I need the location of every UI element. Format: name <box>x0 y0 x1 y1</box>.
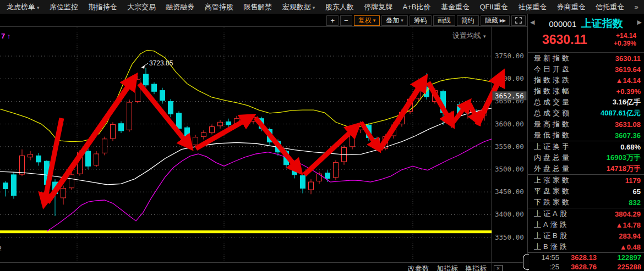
switch-indicator-button[interactable]: 换指标 <box>465 263 487 271</box>
ma-settings-control[interactable]: 设置均线▾ <box>452 31 486 41</box>
tick-row: :253628.76225288 <box>528 262 644 271</box>
row-value: 3607.36 <box>615 131 641 140</box>
row-label: 上A涨跌 <box>534 220 569 230</box>
menu-item-1[interactable]: 席位监控 <box>50 2 78 12</box>
row-label: 下跌家数 <box>534 197 571 207</box>
hide-button[interactable]: 隐藏▶▶ <box>481 15 510 26</box>
quote-row: 总成交额4087.61亿元 <box>528 108 644 119</box>
ma-settings-label: 设置均线 <box>452 31 481 40</box>
kline-chart[interactable]: 3750.003700.003650.003600.003550.003500.… <box>0 26 527 262</box>
overlay-button[interactable]: 叠加▾ <box>381 15 408 26</box>
menu-item-11[interactable]: 基金重仓 <box>441 2 470 12</box>
menu-item-4[interactable]: 融资融券 <box>166 2 194 12</box>
fullscreen-button[interactable] <box>511 15 526 26</box>
add-indicator-button[interactable]: 加指标 <box>436 263 458 271</box>
prev-stock-icon[interactable]: ◀ <box>530 19 534 26</box>
menu-item-0[interactable]: 龙虎榜单▾ <box>7 2 40 12</box>
quote-row: 上A涨跌▲14.78 <box>528 219 644 230</box>
price-tag-value: 3652.56 <box>495 92 524 100</box>
quote-rows: 最新指数3630.11今日开盘3619.64指数涨跌▲14.14指数涨幅+0.3… <box>528 53 644 252</box>
last-price: 3630.11 <box>542 32 587 47</box>
row-value: 3631.08 <box>615 120 641 129</box>
row-value: 1179 <box>625 176 641 185</box>
row-value: 832 <box>629 198 641 207</box>
row-value: 4087.61亿元 <box>601 108 641 118</box>
row-value: ▲0.48 <box>620 243 641 251</box>
tick-volume: 225288 <box>608 263 641 271</box>
row-value: 3804.29 <box>615 210 641 218</box>
chevron-down-icon: ▾ <box>483 34 486 39</box>
left-edge-fragment: 2 <box>0 245 2 253</box>
row-label: 平盘家数 <box>534 186 571 196</box>
adjust-price-button[interactable]: 复权▾ <box>354 15 380 26</box>
menu-item-9[interactable]: 停牌复牌 <box>364 2 392 12</box>
row-label: 指数涨幅 <box>534 86 571 96</box>
chips-button[interactable]: 筹码 <box>410 15 432 26</box>
menu-item-6[interactable]: 限售解禁 <box>243 2 272 12</box>
menu-item-8[interactable]: 股东人数 <box>325 2 354 12</box>
quote-row: 最低指数3607.36 <box>528 130 644 141</box>
menu-item-14[interactable]: 券商重仓 <box>557 2 586 12</box>
row-label: 上证换手 <box>534 142 571 152</box>
quote-header: ◀ ▶ 000001 上证指数 3630.11 +14.14 +0.39% <box>528 14 644 53</box>
zoom-out-button[interactable]: − <box>340 15 352 26</box>
panel-collapse-handle[interactable] <box>523 254 529 270</box>
fullscreen-icon <box>515 17 522 24</box>
price-change: +14.14 <box>614 32 636 40</box>
quote-row: 上证B股283.94 <box>528 230 644 241</box>
row-label: 总成交量 <box>534 97 571 107</box>
simple-mode-button[interactable]: 简约 <box>457 15 479 26</box>
row-label: 指数涨跌 <box>534 75 571 85</box>
menu-item-15[interactable]: 信托重仓 <box>596 2 624 12</box>
quote-row: 最高指数3631.08 <box>528 119 644 130</box>
menu-item-3[interactable]: 大宗交易 <box>127 2 156 12</box>
next-stock-icon[interactable]: ▶ <box>637 19 642 26</box>
tick-price: 3628.76 <box>559 263 608 271</box>
svg-text:3750.00: 3750.00 <box>495 52 524 60</box>
zoom-in-button[interactable]: + <box>326 15 339 26</box>
svg-text:3600.00: 3600.00 <box>495 120 524 128</box>
overlay-label: 叠加 <box>386 16 399 25</box>
quote-row: 下跌家数832 <box>528 197 644 208</box>
quote-row: 内盘总量16903万手 <box>528 152 644 163</box>
quote-row: 今日开盘3619.64 <box>528 64 644 75</box>
row-value: ▲14.78 <box>616 221 641 229</box>
row-label: 内盘总量 <box>534 153 571 163</box>
quote-row: 上证换手0.68% <box>528 141 644 152</box>
change-params-button[interactable]: 改参数 <box>408 263 429 271</box>
quote-row: 指数涨幅+0.39% <box>528 86 644 97</box>
row-value: 65 <box>633 187 641 196</box>
close-indicator-button[interactable]: × <box>494 265 503 271</box>
row-value: ▲14.14 <box>616 76 641 85</box>
peak-annotation: 3723.85 <box>149 59 173 67</box>
row-value: +0.39% <box>616 87 641 96</box>
menu-item-5[interactable]: 高管持股 <box>205 2 233 12</box>
draw-line-button[interactable]: 画线 <box>433 15 455 26</box>
row-value: 14718万手 <box>607 164 641 174</box>
indicator-marker: 7 ↑ <box>1 32 10 40</box>
quote-row: 上B涨跌▲0.48 <box>528 241 644 252</box>
quote-panel: ◀ ▶ 000001 上证指数 3630.11 +14.14 +0.39% 最新… <box>527 14 644 271</box>
tick-price: 3628.13 <box>559 253 608 262</box>
svg-text:3350.00: 3350.00 <box>495 233 524 241</box>
trend-arrow <box>428 82 452 125</box>
ma-lines-layer <box>0 50 492 231</box>
tick-time: :25 <box>533 263 559 271</box>
row-label: 上B涨跌 <box>534 242 569 252</box>
quote-row: 平盘家数65 <box>528 186 644 197</box>
row-value: 283.94 <box>619 232 641 240</box>
svg-text:3450.00: 3450.00 <box>495 187 524 196</box>
quote-row: 上证A股3804.29 <box>528 208 644 219</box>
indicator-strip: 改参数 加指标 换指标 × <box>0 262 527 271</box>
menu-item-7[interactable]: 宏观数据▾ <box>282 2 315 12</box>
support-line <box>0 230 492 233</box>
menu-item-10[interactable]: A+B比价 <box>403 2 431 12</box>
menu-item-13[interactable]: 社保重仓 <box>518 2 547 12</box>
menu-item-12[interactable]: QFII重仓 <box>479 2 507 12</box>
svg-text:3400.00: 3400.00 <box>495 210 524 218</box>
svg-text:3500.00: 3500.00 <box>495 165 524 173</box>
row-value: 0.68% <box>620 143 641 151</box>
row-label: 上涨家数 <box>534 175 571 185</box>
menu-item-2[interactable]: 期指持仓 <box>88 2 117 12</box>
menu-overflow-icon[interactable]: » <box>635 3 638 11</box>
